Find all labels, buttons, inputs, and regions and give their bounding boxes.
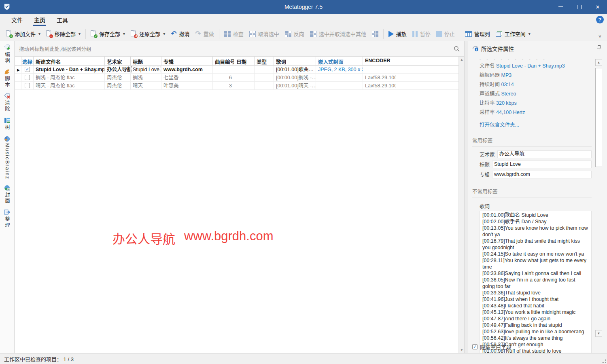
cell-encoder[interactable] (363, 66, 396, 74)
property-value: Stereo (501, 91, 516, 97)
workspace-button[interactable]: 工作空间 ▾ (493, 28, 533, 40)
lyrics-field[interactable]: [00:01.00]歌曲名 Stupid Love[00:02.00]歌手名 D… (480, 211, 592, 353)
artist-tag-field[interactable]: 办公人导航 (497, 150, 592, 158)
column-header-date[interactable]: 日期 (234, 57, 255, 65)
cell-cover[interactable]: JPEG, 2 KB, 300 x 300 (316, 66, 363, 74)
scroll-down-icon[interactable]: ▼ (595, 330, 602, 337)
table-row[interactable]: ▶ ✓ Stupid Love - Dan + Shay.mp3 办公人导航 S… (15, 66, 458, 74)
column-header-artist[interactable]: 艺术家 (105, 57, 131, 65)
panel-scrollbar[interactable]: ▲ ▼ (595, 59, 602, 337)
table-scrollbar[interactable]: ▲ ▼ (458, 57, 464, 353)
tab-tools[interactable]: 工具 (51, 14, 74, 27)
cell-cover[interactable] (316, 82, 363, 90)
cell-filename[interactable]: Stupid Love - Dan + Shay.mp3 (34, 66, 105, 74)
properties-panel-header: i 所选文件属性 (468, 41, 607, 56)
cell-artist[interactable]: 办公人导航 (105, 66, 131, 74)
cell-date[interactable] (234, 82, 255, 90)
group-by-bar[interactable]: 拖动列标题到此处,根据该列分组 (15, 41, 464, 57)
cell-title[interactable]: 搁浅 (131, 74, 161, 82)
row-checkbox[interactable]: ✓ (25, 67, 30, 72)
panel-splitter[interactable] (464, 41, 468, 353)
pause-label: 暂停 (420, 30, 431, 38)
cell-title[interactable]: 晴天 (131, 82, 161, 90)
row-checkbox[interactable] (25, 83, 30, 88)
column-header-encoder[interactable]: ENCODER (363, 57, 396, 65)
manage-columns-button[interactable]: 管理列 (462, 28, 493, 40)
column-header-album[interactable]: 专辑 (161, 57, 213, 65)
sidebar-item-label: 整理 (3, 216, 11, 228)
cell-lyrics[interactable]: [00:00.00]搁浅 -… (274, 74, 316, 82)
lyric-line: [00:43.48]I kicked that habit (482, 303, 589, 309)
sidebar-item-musicbrainz[interactable]: MusicBrainz (4, 136, 10, 180)
cell-filename[interactable]: 晴天 - 周杰伦.flac (34, 82, 105, 90)
row-checkbox[interactable] (25, 75, 30, 80)
play-button[interactable]: 播放 (386, 28, 410, 40)
clear-tag-icon (4, 93, 10, 99)
scrollbar-thumb[interactable] (595, 68, 602, 167)
tab-file[interactable]: 文件 (6, 14, 28, 27)
cell-cover[interactable] (316, 74, 363, 82)
cell-date[interactable] (234, 66, 255, 74)
cell-track[interactable]: 6 (213, 74, 234, 82)
lyric-line: [00:52.63]love pulling me in like a boom… (482, 328, 589, 335)
add-files-button[interactable]: + 添加文件 ▾ (3, 28, 43, 40)
cell-genre[interactable] (255, 66, 274, 74)
cell-genre[interactable] (255, 82, 274, 90)
cell-title[interactable]: Stupid Love (131, 66, 161, 74)
minimize-button[interactable] (551, 0, 570, 14)
sidebar-item-edit[interactable]: 编辑 (3, 44, 11, 63)
cell-filename[interactable]: 搁浅 - 周杰伦.flac (34, 74, 105, 82)
cell-lyrics[interactable]: [00:01.00]歌曲… (274, 66, 316, 74)
cell-album[interactable]: 叶惠美 (161, 82, 213, 90)
cell-genre[interactable] (255, 74, 274, 82)
sidebar-item-clear[interactable]: 清除 (3, 93, 11, 112)
scroll-up-icon[interactable]: ▲ (459, 57, 465, 63)
cell-artist[interactable]: 周杰伦 (105, 82, 131, 90)
title-tag-field[interactable]: Stupid Love (492, 161, 592, 168)
table-row[interactable]: 晴天 - 周杰伦.flac 周杰伦 晴天 叶惠美 3 [00:01.00]晴天 … (15, 82, 458, 90)
undo-button[interactable]: ↶ 撤消 (168, 28, 192, 40)
tab-home[interactable]: 主页 (28, 14, 51, 27)
sidebar-item-tree[interactable]: 树 (3, 117, 11, 131)
scroll-up-icon[interactable]: ▲ (595, 59, 602, 66)
cell-album[interactable]: www.bgrdh.com (161, 66, 213, 74)
remove-all-button[interactable]: − 移除全部 ▾ (43, 28, 83, 40)
cell-artist[interactable]: 周杰伦 (105, 74, 131, 82)
cell-encoder[interactable]: Lavf58.29.100 (363, 82, 396, 90)
property-label: 持续时间 (480, 82, 500, 87)
tree-icon (4, 117, 10, 123)
column-header-cover[interactable]: 嵌入式封面 (316, 57, 363, 65)
pin-icon[interactable] (597, 45, 601, 51)
cell-track[interactable]: 3 (213, 82, 234, 90)
check-grid-icon (224, 31, 231, 37)
help-button[interactable]: ? (596, 16, 604, 23)
column-header-filename[interactable]: 新建文件名 (34, 57, 105, 65)
close-button[interactable]: ✕ (588, 0, 607, 14)
table-row[interactable]: 搁浅 - 周杰伦.flac 周杰伦 搁浅 七里香 6 [00:00.00]搁浅 … (15, 74, 458, 82)
sidebar-item-organize[interactable]: 整理 (3, 209, 11, 228)
column-header-genre[interactable]: 类型 (255, 57, 274, 65)
album-tag-field[interactable]: www.bgrdh.com (492, 171, 592, 178)
column-header-select[interactable]: 选择 (21, 57, 34, 65)
cell-track[interactable] (213, 66, 234, 74)
property-row: 编解码器 MP3 (472, 70, 595, 79)
sidebar-item-label: MusicBrainz (4, 143, 10, 180)
column-header-title[interactable]: 标题 (131, 57, 161, 65)
cell-lyrics[interactable]: [00:01.00]晴天 -… (274, 82, 316, 90)
sidebar-item-cover[interactable]: 封面 (3, 185, 11, 204)
ribbon-collapse-icon[interactable]: ˅ (599, 34, 601, 40)
hide-empty-checkbox[interactable]: ✓ (472, 344, 478, 349)
scroll-down-icon[interactable]: ▼ (459, 347, 465, 353)
open-containing-folder-link[interactable]: 打开包含文件夹... (472, 116, 595, 128)
save-all-button[interactable]: ✓ 保存全部 ▾ (88, 28, 128, 40)
column-header-track[interactable]: 曲目编号 (213, 57, 234, 65)
maximize-button[interactable] (570, 0, 588, 14)
column-header-lyrics[interactable]: 歌词 (274, 57, 316, 65)
cell-encoder[interactable]: Lavf58.29.100 (363, 74, 396, 82)
resize-grip[interactable] (601, 358, 606, 363)
cell-date[interactable] (234, 74, 255, 82)
sidebar-item-script[interactable]: 脚本 (3, 69, 11, 88)
cell-album[interactable]: 七里香 (161, 74, 213, 82)
search-icon[interactable] (454, 46, 460, 52)
restore-all-button[interactable]: ↺ 还原全部 ▾ (128, 28, 168, 40)
